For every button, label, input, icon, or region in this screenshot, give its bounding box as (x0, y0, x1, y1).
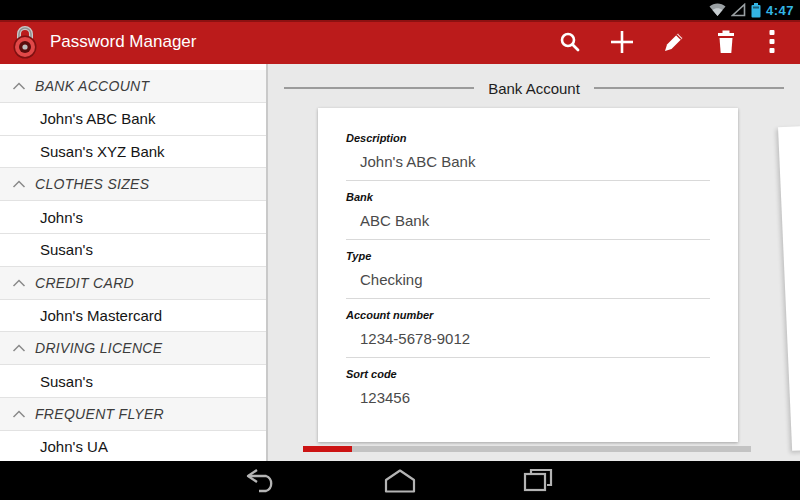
sidebar-item[interactable]: John's ABC Bank (0, 103, 266, 136)
record-field: Description John's ABC Bank (346, 132, 710, 181)
field-value: ABC Bank (346, 212, 710, 240)
field-value: Checking (346, 271, 710, 299)
sidebar-item-label: Susan's XYZ Bank (40, 143, 165, 160)
status-bar: 4:47 (0, 0, 800, 20)
header-rule-right (594, 87, 784, 89)
section-title: Bank Account (474, 80, 594, 97)
field-value: 123456 (346, 389, 710, 416)
nav-bar (0, 461, 800, 500)
sidebar-item-label: Susan's (40, 373, 93, 390)
signal-icon (731, 3, 746, 17)
sidebar-group-header[interactable]: BANK ACCOUNT (0, 70, 266, 103)
clock: 4:47 (766, 3, 794, 18)
pencil-icon (661, 29, 687, 55)
screen: 4:47 Password Manager (0, 0, 800, 500)
group-label: FREQUENT FLYER (35, 406, 164, 422)
sidebar-item-label: Susan's (40, 241, 93, 258)
field-value: John's ABC Bank (346, 153, 710, 181)
battery-icon (751, 3, 761, 18)
back-button[interactable] (234, 461, 290, 500)
search-icon (558, 30, 582, 54)
sidebar-item-label: John's UA (40, 438, 108, 455)
field-label: Description (346, 132, 710, 144)
pager-track (303, 446, 751, 452)
add-button[interactable] (596, 20, 648, 64)
home-icon (384, 469, 416, 493)
sidebar-item-label: John's ABC Bank (40, 110, 155, 127)
sidebar-item-label: John's Mastercard (40, 307, 162, 324)
field-label: Bank (346, 191, 710, 203)
recents-button[interactable] (510, 461, 566, 500)
record-card: Description John's ABC Bank Bank ABC Ban… (318, 108, 738, 442)
sidebar-list: BANK ACCOUNT John's ABC Bank Susan's XYZ… (0, 64, 268, 461)
field-label: Sort code (346, 368, 710, 380)
pager-fill (303, 446, 352, 452)
field-label: Account number (346, 309, 710, 321)
sidebar-item[interactable]: Susan's (0, 234, 266, 267)
search-button[interactable] (544, 20, 596, 64)
sidebar-item[interactable]: Susan's (0, 365, 266, 398)
chevron-up-icon (12, 410, 26, 418)
field-value: 1234-5678-9012 (346, 330, 710, 358)
record-field: Sort code 123456 (346, 368, 710, 416)
edit-button[interactable] (648, 20, 700, 64)
group-label: BANK ACCOUNT (35, 78, 149, 94)
sidebar-item-label: John's (40, 209, 83, 226)
group-label: DRIVING LICENCE (35, 340, 162, 356)
field-label: Type (346, 250, 710, 262)
chevron-up-icon (12, 180, 26, 188)
trash-icon (714, 29, 738, 55)
sidebar-group-header[interactable]: CLOTHES SIZES (0, 168, 266, 201)
sidebar-group-header[interactable]: CREDIT CARD (0, 267, 266, 300)
sidebar-group-header[interactable]: DRIVING LICENCE (0, 332, 266, 365)
recents-icon (523, 468, 553, 493)
record-field: Bank ABC Bank (346, 191, 710, 240)
sidebar-item[interactable]: John's (0, 201, 266, 234)
chevron-up-icon (12, 82, 26, 90)
action-bar: Password Manager (0, 20, 800, 64)
section-header: Bank Account (284, 77, 784, 99)
app-lock-icon (10, 24, 40, 60)
delete-button[interactable] (700, 20, 752, 64)
back-icon (245, 468, 279, 493)
group-label: CREDIT CARD (35, 275, 134, 291)
content: BANK ACCOUNT John's ABC Bank Susan's XYZ… (0, 64, 800, 461)
record-field: Type Checking (346, 250, 710, 299)
sidebar-group-header[interactable]: FREQUENT FLYER (0, 398, 266, 431)
overflow-menu-button[interactable] (752, 20, 792, 64)
overflow-icon (769, 30, 775, 54)
sidebar-item[interactable]: Susan's XYZ Bank (0, 136, 266, 169)
plus-icon (609, 29, 635, 55)
main-panel: Bank Account Description John's ABC Bank… (268, 64, 800, 461)
next-page-peek-card[interactable] (778, 126, 800, 451)
chevron-up-icon (12, 344, 26, 352)
header-rule-left (284, 87, 474, 89)
sidebar-item[interactable]: John's Mastercard (0, 300, 266, 333)
chevron-up-icon (12, 279, 26, 287)
wifi-icon (709, 3, 726, 17)
sidebar-item[interactable]: John's UA (0, 431, 266, 461)
group-label: CLOTHES SIZES (35, 176, 149, 192)
app-title: Password Manager (50, 32, 196, 52)
home-button[interactable] (372, 461, 428, 500)
record-field: Account number 1234-5678-9012 (346, 309, 710, 358)
